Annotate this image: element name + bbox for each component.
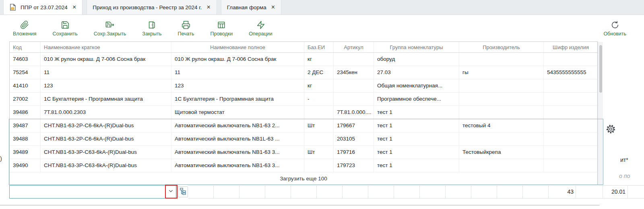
table-cell: Шт <box>304 146 334 159</box>
table-row[interactable]: 39488CHT.NB1-63-2P-C6-6kA-(R)Dual-busАвт… <box>10 132 597 146</box>
chevron-down-icon <box>168 188 174 196</box>
table-cell: 010 Ж рулон окраш. Д 7-006 Сосна брак <box>41 53 171 66</box>
table-row[interactable]: 41410123123кгОбщая номенклатурная... <box>10 79 597 93</box>
table-cell: CHT.NB1-63-2P-C6-6kA-(R)Dual-bus <box>41 132 171 145</box>
form-cell <box>394 186 420 198</box>
table-cell: тест 1 <box>374 146 459 159</box>
table-row[interactable]: 394867Т.81.0.000.2303Щитовой термостат7Т… <box>10 106 597 119</box>
column-header[interactable]: Группа номенклатуры <box>374 42 459 52</box>
table-cell: Тестовыйкрепа <box>459 146 544 159</box>
table-cell <box>544 53 597 66</box>
table-cell: Щитовой термостат <box>171 106 304 119</box>
attachments-button[interactable]: Вложения <box>13 21 37 37</box>
column-header[interactable]: Наименование краткое <box>41 42 171 52</box>
save-label: Сохранить <box>53 31 78 37</box>
table-cell: 75254 <box>10 66 41 79</box>
combo-dropdown-button[interactable] <box>166 186 176 198</box>
table-cell <box>459 159 544 172</box>
table-row[interactable]: 39489CHT.NB1-63-3P-C63-6kA-(R)Dual-busАв… <box>10 146 597 159</box>
table-cell: тест 1 <box>374 106 459 119</box>
form-bottom-border <box>0 205 599 205</box>
table-cell: тестовый 4 <box>459 119 544 132</box>
table-cell <box>334 93 374 106</box>
table-cell <box>459 93 544 106</box>
tab-close-icon[interactable]: × <box>271 4 275 10</box>
table-cell <box>459 106 544 119</box>
table-row[interactable]: 74603010 Ж рулон окраш. Д 7-006 Сосна бр… <box>10 53 597 66</box>
printer-icon <box>182 21 190 29</box>
open-list-button[interactable] <box>178 186 188 197</box>
table-cell: 179667 <box>334 119 374 132</box>
count-cell: 43 <box>549 186 576 198</box>
tab-prihod-reestr[interactable]: Приход из производства - Реестр за 2024 … <box>87 0 217 14</box>
print-button[interactable]: Печать <box>178 21 194 37</box>
table-cell <box>459 53 544 66</box>
tab-bar: ППР от 23.07.2024 × Приход из производст… <box>0 0 644 15</box>
column-header[interactable]: Наименование полное <box>171 42 304 52</box>
table-cell: 123 <box>41 79 171 92</box>
column-header[interactable]: Баз.ЕИ <box>304 42 334 52</box>
table-cell: Программное обеспече... <box>374 93 459 106</box>
save-icon <box>61 21 70 29</box>
form-cell <box>265 186 291 198</box>
table-cell <box>459 79 544 92</box>
form-cell <box>291 186 317 198</box>
form-cell <box>317 186 343 198</box>
table-cell: 179716 <box>334 146 374 159</box>
journal-grid-icon <box>217 21 226 29</box>
amount-cell: 20.01 <box>603 186 628 198</box>
tab-close-icon[interactable]: × <box>206 4 211 10</box>
column-header[interactable]: Код <box>10 42 41 52</box>
table-cell <box>544 159 597 172</box>
postings-button[interactable]: Проводки <box>210 21 233 37</box>
table-cell: 7Т.81.0.000.... <box>334 106 374 119</box>
table-cell: 11 <box>41 66 171 79</box>
close-button[interactable]: Закрыть <box>142 21 161 37</box>
table-cell: 39488 <box>10 132 41 145</box>
table-row[interactable]: 39490CHT.NB1-63-3P-C63-6kA-(R)Dual-busАв… <box>10 159 597 172</box>
tab-glavnaya-forma[interactable]: Главная форма × <box>221 0 281 14</box>
table-cell <box>334 79 374 92</box>
paperclip-icon <box>20 21 29 29</box>
load-more-button[interactable]: Загрузить еще 100 <box>10 172 597 184</box>
tab-label: Приход из производства - Реестр за 2024 … <box>93 4 202 10</box>
document-icon <box>9 4 16 11</box>
table-row[interactable]: 39487CHT.NB1-63-2P-C6-6kA-(R)Dual-busАвт… <box>10 119 597 132</box>
table-cell: оборуд <box>374 53 459 66</box>
table-row[interactable]: 270021С Бухгалтерия - Программная защита… <box>10 93 597 106</box>
table-cell: Автоматический выключатель NB1L-63 ... <box>171 132 304 145</box>
combo-box[interactable] <box>9 185 176 199</box>
table-cell: 179723 <box>334 159 374 172</box>
table-cell: 27002 <box>10 93 41 106</box>
save-close-button[interactable]: Сохр.Закрыть <box>94 21 126 37</box>
table-row[interactable]: 7525411112 ДЕС2345кен27.03гы543555555555… <box>10 66 597 79</box>
column-header[interactable]: Артикул <box>334 42 374 52</box>
form-cell <box>420 186 446 198</box>
table-cell: 74603 <box>10 53 41 66</box>
table-cell: 1С Бухгалтерия - Программная защита <box>41 93 171 106</box>
form-cell <box>239 186 265 198</box>
table-cell: 2 ДЕС <box>304 66 334 79</box>
settings-button[interactable] <box>606 124 616 134</box>
table-cell: 39490 <box>10 159 41 172</box>
column-header[interactable]: Шифр изделия <box>544 42 597 52</box>
scrollbar-thumb[interactable] <box>599 45 602 93</box>
gear-icon <box>606 128 616 135</box>
table-cell: кг <box>304 53 334 66</box>
operations-button[interactable]: Операции <box>249 21 272 37</box>
table-cell: гы <box>459 66 544 79</box>
form-cell <box>523 186 549 198</box>
table-cell <box>544 79 597 92</box>
save-button[interactable]: Сохранить <box>53 21 78 37</box>
table-cell: - <box>304 93 334 106</box>
tab-close-icon[interactable]: × <box>72 4 76 10</box>
table-cell <box>544 146 597 159</box>
form-cell <box>343 186 368 198</box>
combo-input[interactable] <box>10 186 166 198</box>
tab-ppr[interactable]: ППР от 23.07.2024 × <box>3 0 83 14</box>
refresh-button[interactable]: Обновить <box>603 21 626 37</box>
partial-field-label: ит* <box>620 157 628 163</box>
form-cell <box>628 186 644 198</box>
column-header[interactable]: Производитель <box>459 42 544 52</box>
table-cell: тест 1 <box>374 119 459 132</box>
